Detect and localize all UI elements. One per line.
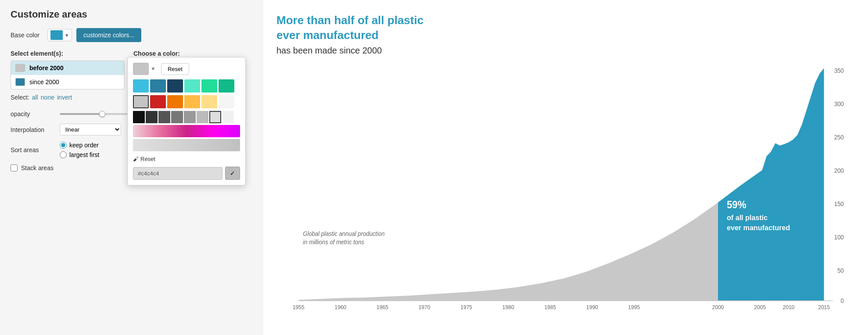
pink-gradient[interactable] <box>133 125 240 137</box>
svg-text:in millions of metric tons: in millions of metric tons <box>303 239 364 245</box>
hex-color-input[interactable] <box>133 167 222 180</box>
svg-text:59%: 59% <box>727 199 746 210</box>
interpolation-select[interactable]: linear <box>60 124 121 135</box>
svg-text:1970: 1970 <box>419 304 430 310</box>
reset-top-button[interactable]: Reset <box>161 63 189 75</box>
gray-6[interactable] <box>197 111 208 123</box>
palette-color-red[interactable] <box>150 95 166 108</box>
gray-7[interactable] <box>209 111 221 123</box>
svg-text:100: 100 <box>834 234 844 241</box>
palette-color-1[interactable] <box>133 79 149 93</box>
gray-5[interactable] <box>184 111 196 123</box>
gray-2[interactable] <box>146 111 158 123</box>
opacity-thumb <box>99 111 105 117</box>
stack-areas-label: Stack areas <box>21 164 54 171</box>
gray-3[interactable] <box>158 111 170 123</box>
color-picker-header: ▼ Reset <box>133 63 240 75</box>
light-gray-gradient[interactable] <box>133 139 240 151</box>
right-panel: More than half of all plastic ever manuf… <box>263 0 868 335</box>
palette-color-6[interactable] <box>219 79 234 93</box>
chart-title-text1: More than half of all plastic <box>276 14 423 27</box>
picker-reset-row: 🖌 Reset <box>133 156 240 162</box>
palette-color-gray[interactable] <box>133 95 149 108</box>
sort-largest-first-option[interactable]: largest first <box>60 151 99 158</box>
dropdown-arrow-icon: ▼ <box>65 33 69 38</box>
picker-reset-button[interactable]: 🖌 Reset <box>133 156 155 162</box>
panel-title: Customize areas <box>11 9 253 20</box>
palette-color-3[interactable] <box>167 79 183 93</box>
dropdown-small-arrow: ▼ <box>151 66 156 72</box>
palette-color-4[interactable] <box>184 79 200 93</box>
svg-text:2000: 2000 <box>712 304 724 310</box>
element-label-before2000: before 2000 <box>29 64 64 71</box>
svg-text:1965: 1965 <box>377 304 388 310</box>
element-label-since2000: since 2000 <box>29 78 59 86</box>
chart-title-line1: More than half of all plastic ever manuf… <box>276 13 850 43</box>
svg-text:150: 150 <box>834 201 844 207</box>
svg-text:1980: 1980 <box>502 304 514 310</box>
gray-8[interactable] <box>222 111 234 123</box>
sort-keep-label: keep order <box>69 142 99 149</box>
svg-text:350: 350 <box>834 67 844 74</box>
select-none-link[interactable]: none <box>41 94 54 101</box>
element-item-before2000[interactable]: before 2000 <box>11 61 124 75</box>
svg-text:1960: 1960 <box>334 304 346 310</box>
element-item-since2000[interactable]: since 2000 <box>11 75 124 89</box>
element-swatch-before2000 <box>15 64 25 72</box>
palette-color-orange[interactable] <box>167 95 183 108</box>
sort-areas-label: Sort areas <box>11 146 54 153</box>
picker-reset-label: Reset <box>140 156 155 162</box>
color-palette-row1 <box>133 79 240 93</box>
palette-color-2[interactable] <box>150 79 166 93</box>
left-panel: Customize areas Base color ▼ customize c… <box>0 0 263 335</box>
sort-largest-radio[interactable] <box>60 151 67 158</box>
svg-text:200: 200 <box>834 168 844 174</box>
svg-text:1955: 1955 <box>293 304 305 310</box>
svg-text:0: 0 <box>841 297 844 304</box>
sort-keep-order-option[interactable]: keep order <box>60 142 99 149</box>
svg-text:1995: 1995 <box>628 304 640 310</box>
svg-text:50: 50 <box>837 267 844 274</box>
gray-4[interactable] <box>171 111 183 123</box>
svg-text:1985: 1985 <box>544 304 556 310</box>
chart-subtitle: has been made since 2000 <box>276 46 850 56</box>
svg-text:300: 300 <box>834 100 844 107</box>
chart-area: 350 300 250 200 150 100 50 0 1955 1960 1… <box>276 64 850 310</box>
chart-title-text2: ever manufactured <box>276 29 379 42</box>
palette-color-yellow[interactable] <box>184 95 200 108</box>
palette-color-5[interactable] <box>201 79 217 93</box>
sort-largest-label: largest first <box>69 151 99 158</box>
base-color-row: Base color ▼ customize colors... <box>11 28 253 42</box>
select-all-link[interactable]: all <box>32 94 38 101</box>
base-color-label: Base color <box>11 32 39 39</box>
hex-input-row: ✓ <box>133 167 240 180</box>
grayscale-row <box>133 111 240 123</box>
reset-brush-icon: 🖌 <box>133 156 139 162</box>
svg-text:Global plastic annual producti: Global plastic annual production <box>303 230 384 237</box>
svg-text:1990: 1990 <box>586 304 598 310</box>
choose-color-label: Choose a color: <box>133 50 180 57</box>
opacity-slider[interactable] <box>60 113 130 115</box>
select-invert-link[interactable]: invert <box>57 94 72 101</box>
color-picker-panel: ▼ Reset <box>127 57 246 185</box>
base-color-swatch-btn[interactable]: ▼ <box>47 29 72 41</box>
chart-svg: 350 300 250 200 150 100 50 0 1955 1960 1… <box>276 64 850 310</box>
current-color-swatch <box>133 63 149 75</box>
svg-text:2010: 2010 <box>783 304 795 310</box>
color-palette-row2 <box>133 95 240 108</box>
sort-keep-radio[interactable] <box>60 142 67 149</box>
palette-color-empty <box>219 95 234 108</box>
interpolation-label: Interpolation <box>11 126 54 133</box>
confirm-color-button[interactable]: ✓ <box>225 167 240 180</box>
customize-colors-button[interactable]: customize colors... <box>76 28 141 42</box>
stack-areas-checkbox[interactable] <box>11 164 18 171</box>
gray-1[interactable] <box>133 111 145 123</box>
sort-radio-group: keep order largest first <box>60 142 99 158</box>
elements-list: before 2000 since 2000 <box>11 61 125 89</box>
select-elements-label: Select element(s): <box>11 50 125 57</box>
svg-text:1975: 1975 <box>460 304 472 310</box>
palette-color-lightyellow[interactable] <box>201 95 217 108</box>
svg-text:of all plastic: of all plastic <box>727 213 768 221</box>
select-row: Select: all none invert <box>11 94 125 101</box>
chart-area-before2000 <box>298 202 718 300</box>
